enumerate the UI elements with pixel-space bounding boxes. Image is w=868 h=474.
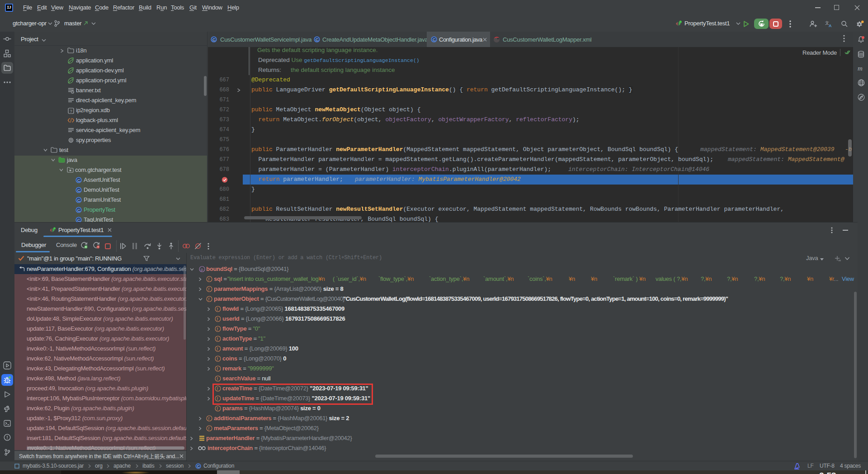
svg-text:C: C xyxy=(77,208,80,213)
svg-text:A: A xyxy=(829,24,832,28)
svg-text:f: f xyxy=(217,327,218,332)
svg-text:C: C xyxy=(316,37,319,42)
svg-text:f: f xyxy=(217,317,218,322)
svg-text:f: f xyxy=(217,376,218,381)
svg-text:f: f xyxy=(217,337,218,341)
svg-text:f: f xyxy=(208,277,210,282)
svg-text:f: f xyxy=(217,366,218,371)
svg-text:C: C xyxy=(212,37,216,42)
svg-text:f: f xyxy=(208,416,210,421)
svg-text:f: f xyxy=(217,346,218,351)
svg-text:f: f xyxy=(217,406,218,411)
svg-text:C: C xyxy=(77,218,80,223)
svg-text:C: C xyxy=(197,464,200,469)
svg-text:C: C xyxy=(77,198,80,203)
svg-text:f: f xyxy=(217,307,218,312)
svg-text:f: f xyxy=(208,297,210,302)
svg-text:f: f xyxy=(217,356,218,361)
svg-text:C: C xyxy=(77,188,80,193)
svg-text:p: p xyxy=(201,267,203,272)
svg-text:f: f xyxy=(208,287,210,292)
svg-text:C: C xyxy=(433,37,436,42)
svg-text:f: f xyxy=(208,426,210,431)
svg-text:?: ? xyxy=(70,109,72,114)
svg-text:C: C xyxy=(77,178,80,183)
